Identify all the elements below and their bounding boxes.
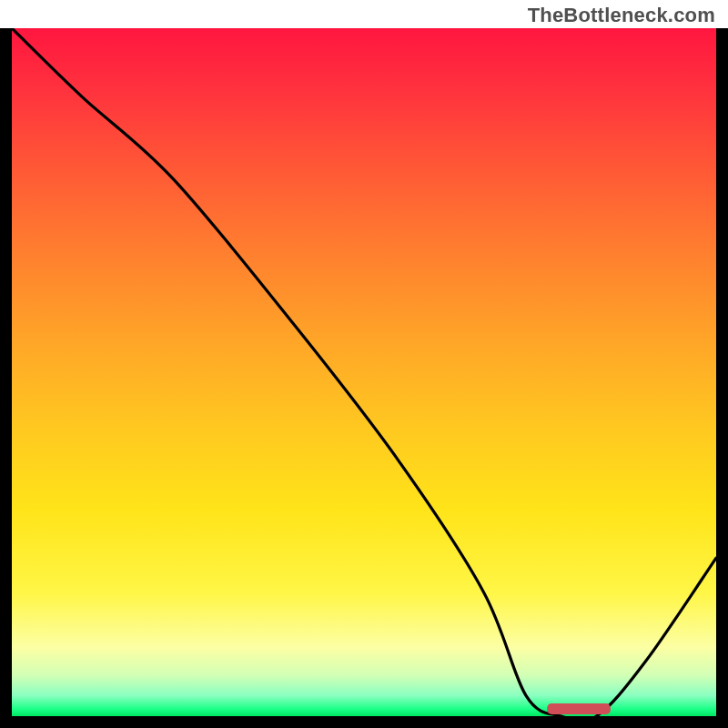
optimal-range-marker — [547, 703, 611, 714]
watermark-text: TheBottleneck.com — [528, 4, 715, 27]
frame-bottom — [0, 716, 728, 728]
plot-area — [12, 28, 716, 716]
chart-stage: TheBottleneck.com — [0, 0, 728, 728]
bottleneck-curve — [12, 28, 716, 716]
frame-right — [716, 28, 728, 728]
frame-left — [0, 28, 12, 728]
chart-overlay — [12, 28, 716, 716]
